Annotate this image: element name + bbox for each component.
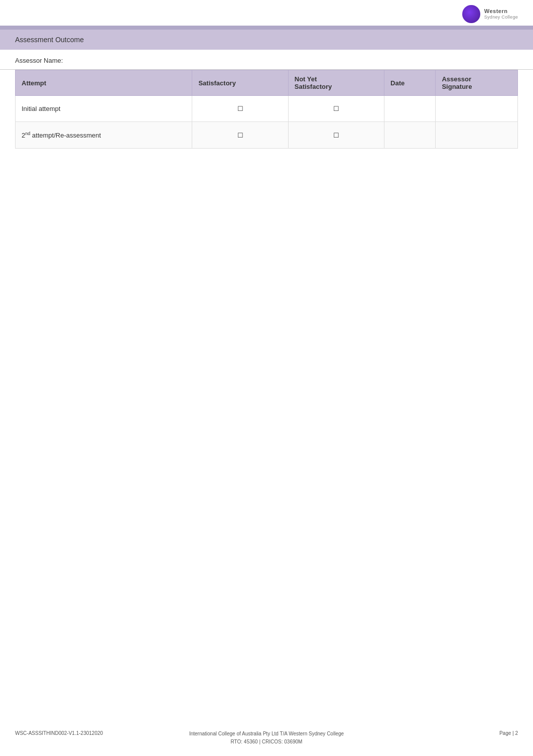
section-header-title: Assessment Outcome (15, 36, 84, 44)
footer-left: WSC-ASSSITHIND002-V1.1-23012020 (15, 730, 103, 736)
section-header: Assessment Outcome (0, 30, 533, 50)
not-yet-checkbox-1[interactable]: ☐ (288, 96, 384, 122)
table-row: 2nd attempt/Re-assessment ☐ ☐ (16, 122, 518, 149)
not-yet-checkbox-2[interactable]: ☐ (288, 122, 384, 149)
col-attempt: Attempt (16, 70, 192, 96)
assessor-sig-cell-2 (436, 122, 518, 149)
attempt-label-2: 2nd attempt/Re-assessment (22, 132, 101, 139)
logo-area: Western Sydney College (462, 5, 518, 23)
col-not-yet: Not YetSatisfactory (288, 70, 384, 96)
date-cell-2[interactable] (384, 122, 436, 149)
assessor-name-row: Assessor Name: (0, 50, 533, 70)
logo-text-bottom: Sydney College (484, 15, 518, 20)
col-satisfactory: Satisfactory (192, 70, 288, 96)
footer-right: Page | 2 (499, 730, 518, 736)
satisfactory-checkbox-1[interactable]: ☐ (192, 96, 288, 122)
assessor-name-label: Assessor Name: (15, 57, 63, 64)
page-container: Western Sydney College Assessment Outcom… (0, 0, 533, 756)
table-header-row: Attempt Satisfactory Not YetSatisfactory… (16, 70, 518, 96)
footer: WSC-ASSSITHIND002-V1.1-23012020 Internat… (0, 730, 533, 746)
col-date: Date (384, 70, 436, 96)
satisfactory-checkbox-2[interactable]: ☐ (192, 122, 288, 149)
logo-icon (462, 5, 480, 23)
logo-text-block: Western Sydney College (484, 8, 518, 20)
footer-center-line2: RTO: 45360 | CRICOS: 03690M (0, 738, 533, 746)
table-row: Initial attempt ☐ ☐ (16, 96, 518, 122)
attempt-cell: Initial attempt (16, 96, 192, 122)
top-bar (0, 26, 533, 30)
date-cell-1[interactable] (384, 96, 436, 122)
col-assessor-sig: AssessorSignature (436, 70, 518, 96)
attempt-label-1: Initial attempt (22, 105, 60, 112)
attempt-cell-2: 2nd attempt/Re-assessment (16, 122, 192, 149)
logo-text-top: Western (484, 8, 518, 15)
assessor-sig-cell-1 (436, 96, 518, 122)
header: Western Sydney College (0, 0, 533, 26)
outcome-table: Attempt Satisfactory Not YetSatisfactory… (15, 70, 518, 149)
